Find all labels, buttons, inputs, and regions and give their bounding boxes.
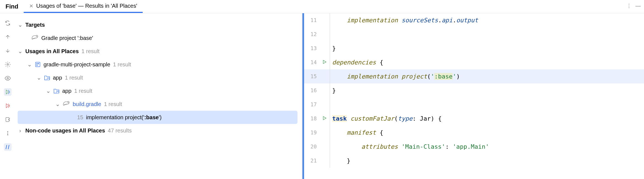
tree-label: Targets bbox=[25, 22, 45, 28]
run-icon[interactable] bbox=[322, 112, 327, 126]
result-line-number: 15 bbox=[77, 114, 83, 121]
tab-find[interactable]: Find bbox=[0, 0, 24, 13]
gradle-icon bbox=[63, 101, 70, 108]
line-number: 15 bbox=[302, 69, 319, 83]
tree-file[interactable]: ⌄ build.gradle 1 result bbox=[15, 97, 302, 111]
minimize-icon[interactable]: — bbox=[635, 3, 641, 9]
svg-rect-6 bbox=[36, 63, 37, 64]
info-icon[interactable] bbox=[4, 129, 12, 137]
line-number: 11 bbox=[302, 13, 319, 27]
gradle-icon bbox=[31, 35, 39, 42]
tree-count: 47 results bbox=[108, 128, 132, 134]
close-icon[interactable]: ✕ bbox=[29, 3, 33, 9]
tree-count: 1 result bbox=[65, 75, 83, 81]
arrow-up-icon[interactable] bbox=[4, 33, 12, 41]
more-icon[interactable]: ⋮ bbox=[626, 3, 632, 9]
tree-module-app1[interactable]: ⌄ app 1 result bbox=[15, 71, 302, 84]
tree-count: 1 result bbox=[104, 101, 122, 107]
line-number: 12 bbox=[302, 27, 319, 41]
svg-point-3 bbox=[7, 132, 8, 132]
svg-rect-13 bbox=[57, 91, 58, 92]
line-number: 17 bbox=[302, 97, 319, 112]
import-usage-icon[interactable] bbox=[4, 88, 12, 96]
chevron-down-icon: ⌄ bbox=[27, 61, 32, 68]
tree-target-item[interactable]: Gradle project ':base' bbox=[15, 31, 302, 45]
tree-module-app2[interactable]: ⌄ app 1 result bbox=[15, 84, 302, 97]
chevron-down-icon: ⌄ bbox=[46, 88, 51, 94]
chevron-down-icon: ⌄ bbox=[18, 48, 23, 55]
tab-usages[interactable]: ✕ Usages of 'base' — Results in 'All Pla… bbox=[24, 0, 143, 13]
svg-point-15 bbox=[68, 102, 69, 103]
svg-rect-8 bbox=[36, 65, 37, 66]
tree-label: Usages in All Places bbox=[25, 48, 79, 55]
result-text: implementation project(':base') bbox=[86, 114, 161, 121]
tree-label: build.gradle bbox=[73, 101, 101, 107]
open-file-icon[interactable] bbox=[4, 116, 12, 123]
svg-rect-14 bbox=[58, 91, 58, 92]
tree-count: 1 result bbox=[82, 48, 100, 55]
chevron-down-icon: ⌄ bbox=[36, 74, 41, 81]
run-icon[interactable] bbox=[322, 55, 327, 69]
line-number: 21 bbox=[302, 154, 319, 168]
tree-result[interactable]: 15 implementation project(':base') bbox=[18, 111, 297, 124]
svg-rect-5 bbox=[36, 62, 40, 67]
svg-rect-10 bbox=[48, 78, 48, 79]
tree-noncode[interactable]: › Non-code usages in All Places 47 resul… bbox=[15, 124, 302, 137]
svg-rect-12 bbox=[56, 91, 59, 93]
svg-point-4 bbox=[37, 36, 37, 37]
svg-rect-11 bbox=[48, 78, 49, 79]
tree-label: gradle-multi-project-sample bbox=[44, 61, 110, 68]
gear-icon[interactable] bbox=[4, 61, 12, 68]
chevron-down-icon: ⌄ bbox=[55, 101, 60, 107]
tree-usages[interactable]: ⌄ Usages in All Places 1 result bbox=[15, 45, 302, 58]
tree-count: 1 result bbox=[74, 88, 92, 94]
tree-targets[interactable]: ⌄ Targets bbox=[15, 18, 302, 31]
chevron-down-icon: ⌄ bbox=[18, 21, 23, 28]
test-usage-icon[interactable] bbox=[4, 102, 12, 110]
parallel-icon[interactable] bbox=[4, 143, 12, 151]
tab-title: Usages of 'base' — Results in 'All Place… bbox=[36, 3, 137, 9]
line-number: 14 bbox=[302, 55, 319, 69]
tree-project[interactable]: ⌄ gradle-multi-project-sample 1 result bbox=[15, 58, 302, 71]
tree-label: app bbox=[53, 75, 62, 81]
project-icon bbox=[35, 61, 41, 67]
svg-point-1 bbox=[7, 77, 9, 79]
svg-point-0 bbox=[7, 64, 9, 65]
chevron-right-icon: › bbox=[18, 128, 23, 134]
tree-label: Gradle project ':base' bbox=[41, 35, 93, 41]
tree-count: 1 result bbox=[113, 61, 131, 68]
arrow-down-icon[interactable] bbox=[4, 47, 12, 55]
tree-label: Non-code usages in All Places bbox=[25, 128, 105, 134]
editor-preview: 11 implementation sourceSets.api.output … bbox=[302, 13, 644, 179]
line-number: 16 bbox=[302, 83, 319, 97]
svg-rect-9 bbox=[47, 78, 49, 80]
folder-icon bbox=[53, 88, 59, 94]
eye-icon[interactable] bbox=[4, 74, 12, 82]
folder-icon bbox=[44, 75, 50, 80]
line-number: 13 bbox=[302, 41, 319, 55]
line-number: 19 bbox=[302, 126, 319, 140]
line-number: 20 bbox=[302, 140, 319, 154]
svg-rect-7 bbox=[38, 63, 39, 64]
tree-label: app bbox=[62, 88, 71, 94]
refresh-icon[interactable] bbox=[4, 19, 12, 27]
line-number: 18 bbox=[302, 112, 319, 126]
